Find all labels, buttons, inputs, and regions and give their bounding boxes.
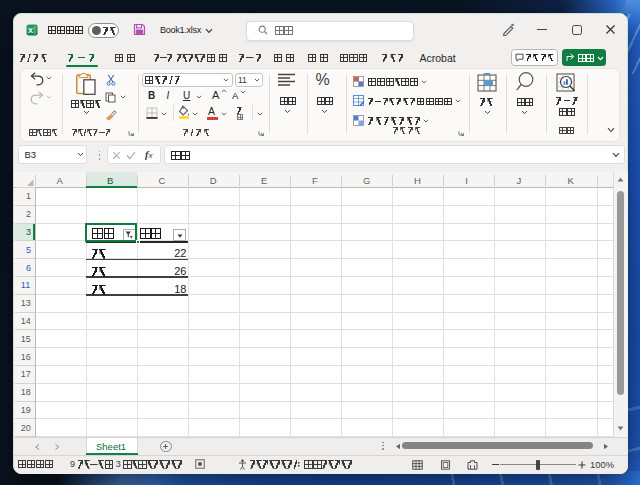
svg-text:X: X [28, 26, 33, 35]
